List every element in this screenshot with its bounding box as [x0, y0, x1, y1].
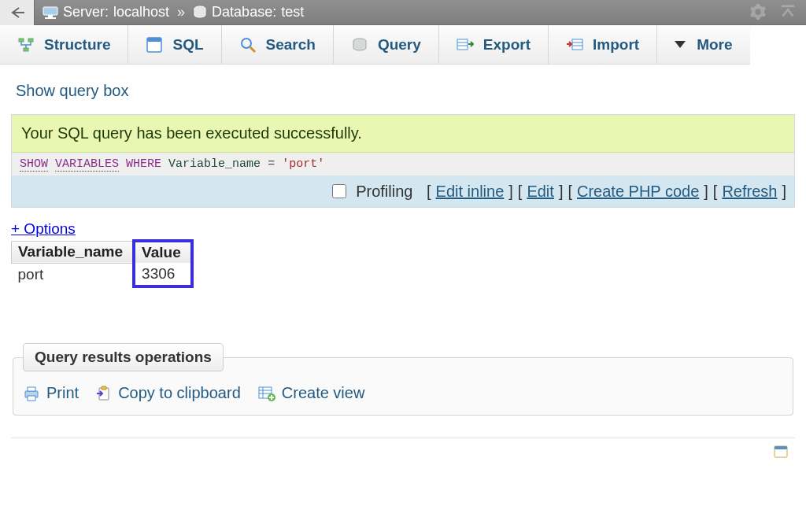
svg-rect-1 [43, 7, 57, 15]
collapse-icon[interactable] [779, 3, 797, 24]
print-icon [23, 386, 40, 401]
sql-keyword-where: WHERE [126, 157, 161, 171]
breadcrumb-server-label: Server: [63, 4, 109, 20]
create-php-link[interactable]: Create PHP code [577, 183, 699, 201]
main-content: Show query box Your SQL query has been e… [0, 65, 806, 463]
query-results-operations: Query results operations Print Copy to c… [13, 343, 793, 416]
options-toggle[interactable]: + Options [11, 220, 76, 237]
tab-label: Export [483, 36, 531, 54]
edit-inline-link[interactable]: Edit inline [436, 183, 505, 201]
svg-rect-21 [28, 387, 35, 391]
col-header-value[interactable]: Value [134, 241, 192, 263]
tab-label: Search [266, 36, 316, 54]
executed-sql: SHOW VARIABLES WHERE Variable_name = 'po… [12, 153, 794, 175]
svg-rect-2 [48, 15, 53, 17]
svg-point-11 [242, 39, 251, 48]
query-result-box: Your SQL query has been executed success… [11, 114, 795, 208]
structure-icon [17, 36, 35, 54]
sql-icon [146, 36, 163, 54]
sql-keyword-show: SHOW [20, 157, 48, 172]
svg-rect-7 [28, 39, 33, 42]
clipboard-icon [96, 386, 112, 401]
refresh-link[interactable]: Refresh [722, 183, 777, 201]
breadcrumb-server[interactable]: Server: localhost [43, 4, 169, 20]
query-icon [351, 36, 368, 54]
results-table: Variable_name Value port 3306 [11, 239, 194, 288]
svg-rect-24 [102, 386, 106, 390]
database-icon [193, 6, 207, 20]
breadcrumb-separator: » [176, 4, 187, 20]
sql-string: 'port' [282, 157, 324, 171]
header-actions [749, 3, 797, 24]
tab-structure[interactable]: Structure [0, 25, 128, 65]
tab-export[interactable]: Export [439, 25, 549, 65]
sql-op: = [268, 157, 275, 171]
create-view-link[interactable]: Create view [282, 384, 365, 402]
cell-value: 3306 [134, 263, 192, 286]
svg-rect-8 [24, 48, 28, 51]
svg-rect-14 [457, 39, 468, 50]
caret-down-icon [675, 41, 686, 48]
show-query-box-link[interactable]: Show query box [16, 82, 128, 99]
svg-line-12 [250, 47, 255, 52]
success-message: Your SQL query has been executed success… [12, 115, 794, 153]
svg-rect-3 [45, 17, 56, 19]
back-button[interactable] [0, 0, 35, 25]
sql-keyword-variables: VARIABLES [55, 157, 119, 172]
query-action-bar: Profiling [Edit inline] [ Edit ] [ Creat… [12, 175, 794, 207]
create-view-icon [258, 386, 275, 401]
profiling-checkbox[interactable] [332, 184, 346, 198]
export-icon [457, 36, 474, 54]
tab-search[interactable]: Search [222, 25, 334, 65]
tab-import[interactable]: Import [549, 25, 657, 65]
breadcrumb-database[interactable]: Database: test [193, 4, 304, 20]
tab-label: More [697, 36, 732, 54]
copy-clipboard-link[interactable]: Copy to clipboard [118, 384, 241, 402]
svg-rect-22 [28, 396, 35, 401]
tabs-bar: Structure SQL Search Query Export Import… [0, 25, 806, 65]
search-icon [239, 36, 257, 54]
breadcrumb-db-value: test [281, 4, 304, 20]
edit-link[interactable]: Edit [527, 183, 553, 201]
import-icon [566, 36, 583, 54]
tab-label: Structure [44, 36, 110, 54]
col-header-name[interactable]: Variable_name [12, 241, 135, 263]
svg-rect-17 [572, 39, 582, 50]
tab-sql[interactable]: SQL [128, 25, 221, 65]
profiling-label: Profiling [356, 183, 412, 201]
tab-label: Import [593, 36, 639, 54]
tab-more[interactable]: More [657, 25, 749, 65]
header-bar: Server: localhost » Database: test [0, 0, 806, 25]
table-header-row: Variable_name Value [12, 241, 192, 263]
gear-icon[interactable] [749, 3, 767, 24]
breadcrumb: Server: localhost » Database: test [35, 4, 304, 20]
notebook-icon[interactable] [773, 445, 789, 463]
qro-legend: Query results operations [23, 343, 224, 371]
breadcrumb-db-label: Database: [212, 4, 276, 20]
svg-rect-10 [147, 38, 161, 42]
server-icon [43, 6, 58, 19]
tab-label: Query [378, 36, 421, 54]
svg-rect-31 [775, 446, 787, 449]
print-link[interactable]: Print [46, 384, 79, 402]
divider [11, 438, 795, 438]
breadcrumb-server-value: localhost [113, 4, 169, 20]
sql-identifier: Variable_name [168, 157, 261, 171]
table-row: port 3306 [12, 263, 192, 286]
svg-rect-6 [19, 39, 24, 42]
cell-variable-name: port [12, 263, 135, 286]
tab-query[interactable]: Query [334, 25, 439, 65]
tab-label: SQL [172, 36, 203, 54]
